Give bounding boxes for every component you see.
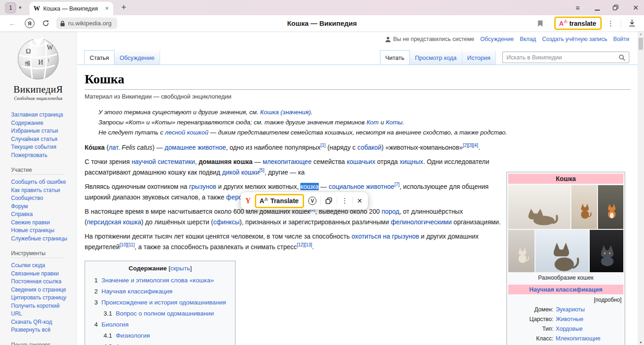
page-tab[interactable]: Статья bbox=[84, 50, 115, 64]
sidebar-link[interactable]: Заглавная страница bbox=[11, 111, 69, 119]
text-link[interactable]: охотиться на грызунов bbox=[351, 233, 419, 240]
cat-photo-tabby-lying[interactable] bbox=[508, 185, 570, 229]
page-tab[interactable]: Просмотр кода bbox=[410, 51, 462, 64]
user-link[interactable]: Войти bbox=[613, 36, 629, 42]
text-link[interactable]: пород bbox=[381, 208, 399, 215]
toc-link[interactable]: Происхождение и история одомашнивания bbox=[102, 299, 226, 306]
translate-toolbar-button[interactable]: A あ translate bbox=[554, 17, 602, 30]
download-icon[interactable] bbox=[628, 19, 636, 27]
text-link[interactable]: сфинксы bbox=[213, 218, 239, 226]
back-icon[interactable]: ← bbox=[7, 19, 17, 28]
toc-link[interactable]: Физиология bbox=[116, 332, 150, 339]
toc-hide-link[interactable]: скрыть bbox=[170, 265, 190, 272]
sidebar-link[interactable]: Развернуть всё bbox=[11, 326, 69, 334]
wikipedia-logo[interactable]: Ω W И 维 ו ВикипедиЯ Свободная энциклопед… bbox=[0, 36, 76, 101]
url-field[interactable]: ru.wikipedia.org bbox=[56, 18, 117, 29]
page-tab[interactable]: История bbox=[462, 51, 496, 64]
cat-photo-abyssinian[interactable] bbox=[571, 185, 598, 229]
text-link[interactable]: дикой кошки bbox=[222, 169, 259, 176]
cat-photo-gray-dark[interactable] bbox=[590, 230, 623, 272]
text-link[interactable]: Коты bbox=[385, 119, 402, 126]
user-link[interactable]: Обсуждение bbox=[480, 36, 514, 42]
sidebar-link[interactable]: Содержание bbox=[11, 119, 69, 128]
sidebar-link[interactable]: Постоянная ссылка bbox=[11, 278, 69, 286]
yandex-logo-icon[interactable]: Y bbox=[245, 196, 251, 205]
text-link[interactable]: [12][13] bbox=[297, 242, 312, 247]
cat-photo-orange-white[interactable] bbox=[598, 185, 623, 229]
page-tab[interactable]: Обсуждение bbox=[115, 51, 160, 64]
text-link[interactable]: [5] bbox=[259, 168, 264, 173]
text-link[interactable]: лесной кошкой bbox=[165, 129, 208, 136]
text-link[interactable]: персидская кошка bbox=[87, 218, 141, 226]
sidebar-link[interactable]: Случайная статья bbox=[11, 135, 69, 144]
infobox-details-link[interactable]: [подробно] bbox=[508, 294, 623, 304]
taxonomy-value-link[interactable]: Животные bbox=[556, 315, 623, 324]
toc-link[interactable]: Научная классификация bbox=[102, 288, 172, 295]
wiki-search-input[interactable] bbox=[506, 54, 619, 61]
more-options-icon[interactable]: ⋮ bbox=[607, 19, 614, 28]
tab-close-icon[interactable]: ✕ bbox=[105, 6, 109, 12]
text-link[interactable]: кошачьих bbox=[347, 158, 375, 165]
page-tab[interactable]: Читать bbox=[380, 50, 410, 64]
sidebar-link[interactable]: Свежие правки bbox=[11, 219, 69, 227]
sidebar-link[interactable]: Сообщить об ошибке bbox=[11, 178, 69, 187]
copy-icon[interactable] bbox=[325, 197, 333, 205]
tab-counter-value[interactable]: 1 bbox=[5, 2, 16, 13]
refresh-icon[interactable] bbox=[42, 19, 50, 27]
sidebar-link[interactable]: Текущие события bbox=[11, 143, 69, 152]
window-restore-icon[interactable] bbox=[613, 5, 620, 11]
sidebar-link[interactable]: Ссылки сюда bbox=[11, 262, 69, 270]
sidebar-link[interactable]: Форум bbox=[11, 203, 69, 211]
toc-item[interactable]: 3Происхождение и история одомашнивания bbox=[94, 297, 226, 308]
taxonomy-value-link[interactable]: Хордовые bbox=[556, 324, 623, 334]
text-link[interactable]: грызунов bbox=[189, 183, 216, 190]
browser-tab[interactable]: W Кошка — Википедия ✕ bbox=[29, 2, 113, 15]
scroll-up-icon[interactable]: ▲ bbox=[638, 32, 644, 35]
search-icon[interactable] bbox=[619, 54, 625, 61]
text-link[interactable]: социальное животное bbox=[329, 183, 395, 190]
sidebar-link[interactable]: Связанные правки bbox=[11, 270, 69, 278]
sidebar-link[interactable]: Цитировать страницу bbox=[11, 294, 69, 302]
taxonomy-value-link[interactable]: Млекопитающие bbox=[556, 334, 623, 344]
toc-item[interactable]: 4.1Физиология bbox=[104, 330, 226, 341]
scroll-down-icon[interactable]: ▼ bbox=[638, 341, 644, 344]
sidebar-link[interactable]: Справка bbox=[11, 211, 69, 219]
cat-photo-tabby-snow[interactable] bbox=[535, 230, 589, 272]
user-link[interactable]: Вклад bbox=[520, 36, 536, 42]
cat-photo-siamese[interactable] bbox=[508, 230, 535, 272]
sidebar-link[interactable]: Пожертвовать bbox=[11, 152, 69, 160]
text-link[interactable]: лат. bbox=[109, 144, 120, 151]
voice-circle-icon[interactable]: V bbox=[308, 197, 316, 205]
toc-link[interactable]: Значение и этимология слова «кошка» bbox=[102, 277, 214, 284]
window-close-icon[interactable]: ✕ bbox=[632, 4, 639, 12]
sidebar-link[interactable]: Служебные страницы bbox=[11, 235, 69, 243]
taxonomy-value-link[interactable]: Эукариоты bbox=[556, 305, 623, 315]
window-minimize-icon[interactable] bbox=[593, 3, 601, 11]
toc-item[interactable]: 4Биология bbox=[94, 319, 226, 330]
text-link[interactable]: [1] bbox=[321, 143, 326, 148]
text-link[interactable]: Кот bbox=[367, 119, 379, 126]
chevron-down-icon[interactable]: ▾ bbox=[19, 5, 22, 11]
sidebar-link[interactable]: Избранные статьи bbox=[11, 127, 69, 135]
text-link[interactable]: [2][3][4] bbox=[463, 143, 478, 148]
sidebar-link[interactable]: Скачать QR-код bbox=[11, 318, 69, 327]
text-link[interactable]: Кошка (значения) bbox=[260, 109, 311, 116]
sidebar-link[interactable]: Сведения о странице bbox=[11, 286, 69, 294]
wiki-search-box[interactable] bbox=[502, 52, 629, 63]
sidebar-link[interactable]: Получить короткий URL bbox=[11, 302, 69, 318]
bookmark-icon[interactable] bbox=[537, 20, 543, 27]
yandex-menu-icon[interactable]: Я bbox=[25, 18, 34, 28]
popup-more-icon[interactable]: ⋮ bbox=[341, 197, 348, 205]
toc-link[interactable]: Вопрос о полном одомашнивании bbox=[116, 310, 214, 317]
text-link[interactable]: млекопитающее bbox=[263, 158, 312, 165]
sidebar-link[interactable]: Сообщество bbox=[11, 194, 69, 203]
toc-link[interactable]: Биология bbox=[102, 321, 129, 328]
popup-close-icon[interactable]: ✕ bbox=[357, 197, 362, 205]
toc-item[interactable]: 2Научная классификация bbox=[94, 286, 226, 297]
text-link[interactable]: фелинологическими bbox=[391, 218, 452, 226]
text-link[interactable]: [7] bbox=[394, 182, 399, 187]
scrollbar-thumb[interactable] bbox=[638, 38, 643, 50]
tab-counter[interactable]: 1 ▾ bbox=[4, 2, 23, 13]
sidebar-link[interactable]: Новые страницы bbox=[11, 227, 69, 235]
text-link[interactable]: научной систематики bbox=[132, 158, 195, 165]
